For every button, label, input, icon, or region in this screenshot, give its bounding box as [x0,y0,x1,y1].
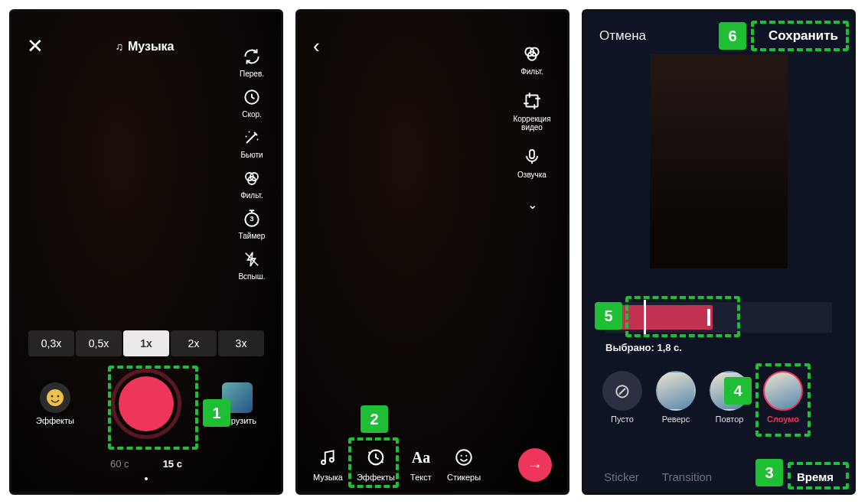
beauty-button[interactable]: Бьюти [230,126,273,159]
svg-point-17 [461,455,462,457]
edit-text-button[interactable]: Aa Текст [409,445,433,482]
duration-selector: 60 с 15 с [11,458,281,470]
timer-button[interactable]: 3 Таймер [230,207,273,240]
timer-icon: 3 [240,207,263,230]
record-button-inner [119,376,174,431]
edit-music-button[interactable]: Музыка [313,445,343,482]
expand-tools-button[interactable]: ⌄ [527,197,537,212]
filter-button[interactable]: Фильт. [230,167,273,200]
speed-1x[interactable]: 1x [123,330,169,356]
svg-point-18 [465,455,467,457]
edit-bottom-toolbar: Музыка Эффекты Aa Текст Стикеры → [298,445,567,482]
reverse-thumb [656,371,696,411]
tab-time[interactable]: Время [797,470,834,483]
clock-cycle-icon [364,445,388,470]
phone-effects-screen: Отмена Сохранить Выбрано: 1,8 с. ⊘ Пусто… [582,9,856,495]
edit-side-toolbar: Фильт. Коррекция видео Озвучка ⌄ [504,42,560,212]
phone-record-screen: ✕ ♫ Музыка Перев. Скор. Бьюти [9,9,283,495]
speed-3x[interactable]: 3x [218,330,264,356]
upload-thumbnail [222,382,253,413]
flip-camera-button[interactable]: Перев. [230,45,273,78]
next-button[interactable]: → [518,448,552,482]
edit-stickers-button[interactable]: Стикеры [447,445,481,482]
effect-category-tabs: Sticker Transition Время [584,470,853,483]
svg-point-5 [47,389,64,406]
add-sound-label: Музыка [128,40,175,54]
speed-icon [240,86,263,109]
speed-button[interactable]: Скор. [230,86,273,119]
upload-button[interactable]: Загрузить [212,382,263,425]
time-effects-row: ⊘ Пусто Реверс Повтор Слоумо [584,371,853,424]
phone-edit-screen: ‹ Фильт. Коррекция видео Озвучка ⌄ [295,9,569,495]
effect-reverse[interactable]: Реверс [656,371,696,424]
filter-button[interactable]: Фильт. [504,42,560,76]
repeat-thumb [710,371,749,411]
crop-icon [520,89,543,112]
cancel-button[interactable]: Отмена [599,28,646,44]
svg-point-16 [456,450,472,465]
magic-wand-icon [240,126,263,149]
svg-rect-11 [526,95,537,106]
timeline-selection[interactable] [610,305,713,330]
filter-icon [240,167,263,190]
svg-point-13 [322,460,326,464]
voiceover-button[interactable]: Озвучка [504,145,560,179]
none-icon: ⊘ [602,371,642,411]
close-button[interactable]: ✕ [27,34,44,58]
effects-button[interactable]: Эффекты [30,382,80,425]
sticker-smiley-icon [452,445,476,470]
slowmo-thumb [763,371,803,411]
save-button[interactable]: Сохранить [768,28,838,44]
add-sound-button[interactable]: ♫ Музыка [115,40,174,54]
selection-handle-left[interactable] [612,309,615,326]
back-button[interactable]: ‹ [313,34,320,58]
selection-duration-label: Выбрано: 1,8 с. [605,342,832,353]
text-icon: Aa [409,445,433,470]
svg-rect-12 [530,150,534,158]
speed-2x[interactable]: 2x [171,330,217,356]
svg-point-7 [57,395,60,398]
record-button[interactable] [111,369,181,439]
record-side-toolbar: Перев. Скор. Бьюти Фильт. 3 Таймер [230,45,273,281]
microphone-icon [520,145,543,168]
speed-0-3x[interactable]: 0,3x [28,330,74,356]
effect-none[interactable]: ⊘ Пусто [602,371,642,424]
duration-15s[interactable]: 15 с [163,458,182,470]
music-note-icon: ♫ [115,41,123,53]
tab-transition[interactable]: Transition [662,470,712,483]
arrow-right-icon: → [527,457,543,474]
flip-icon [240,45,263,68]
svg-point-14 [330,458,334,462]
edit-effects-button[interactable]: Эффекты [357,445,395,482]
timeline-track[interactable] [605,302,832,333]
speed-selector: 0,3x 0,5x 1x 2x 3x [11,330,281,356]
duration-indicator-dot [145,477,148,480]
selection-handle-right[interactable] [707,309,710,326]
smiley-icon [40,382,70,413]
filter-icon [520,42,543,65]
video-correction-button[interactable]: Коррекция видео [504,89,560,132]
effect-slowmo[interactable]: Слоумо [763,371,803,424]
flash-off-icon [240,248,263,271]
timeline-playhead[interactable] [644,300,646,335]
music-note-icon [315,445,340,470]
annotation-number-2: 2 [361,405,388,433]
svg-point-6 [51,395,54,398]
speed-0-5x[interactable]: 0,5x [76,330,122,356]
flash-button[interactable]: Вспыш. [230,248,273,281]
duration-60s[interactable]: 60 с [110,458,129,470]
effect-repeat[interactable]: Повтор [710,371,749,424]
video-preview[interactable] [650,54,788,268]
tab-sticker[interactable]: Sticker [604,470,639,483]
